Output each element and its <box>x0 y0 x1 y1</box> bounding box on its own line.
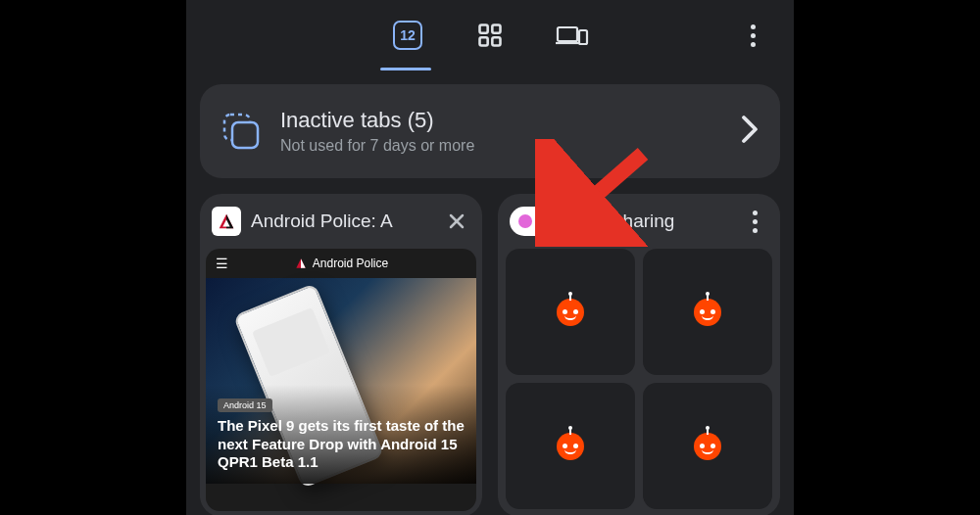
inactive-tabs-card[interactable]: Inactive tabs (5) Not used for 7 days or… <box>200 84 780 178</box>
group-tabs-preview <box>498 249 780 515</box>
svg-rect-3 <box>492 37 500 45</box>
tab-groups-button[interactable] <box>468 14 512 57</box>
tab-favicon <box>212 207 241 236</box>
more-vert-icon <box>753 211 758 233</box>
svg-rect-2 <box>480 37 488 45</box>
open-tabs-grid: Android Police: A ☰ Android Police Andr <box>186 178 794 515</box>
synced-devices-button[interactable] <box>551 14 594 57</box>
svg-point-16 <box>539 215 546 222</box>
tab-header: Android Police: A <box>200 194 482 249</box>
tabs-mode-button[interactable]: 12 <box>386 14 429 57</box>
active-tab-underline <box>380 68 431 70</box>
svg-marker-15 <box>301 258 306 267</box>
group-tab-preview[interactable] <box>506 249 635 375</box>
svg-point-17 <box>548 216 553 221</box>
tab-group-card[interactable]: Test sharing <box>498 194 780 515</box>
tab-title: Android Police: A <box>251 211 433 232</box>
top-toolbar: 12 <box>186 0 794 70</box>
tab-group-menu-button[interactable] <box>741 208 768 235</box>
svg-rect-0 <box>480 25 488 33</box>
inactive-tabs-title: Inactive tabs (5) <box>280 108 721 133</box>
reddit-icon <box>557 433 584 460</box>
more-vert-icon <box>751 24 756 47</box>
tab-card[interactable]: Android Police: A ☰ Android Police Andr <box>200 194 482 515</box>
people-icon <box>536 213 556 229</box>
close-tab-button[interactable] <box>443 208 470 235</box>
chevron-right-icon <box>741 115 759 148</box>
reddit-icon <box>557 299 584 326</box>
reddit-icon <box>694 299 721 326</box>
inactive-tabs-subtitle: Not used for 7 days or more <box>280 137 721 155</box>
hamburger-icon: ☰ <box>216 256 228 271</box>
close-icon <box>447 211 466 231</box>
article-headline: The Pixel 9 gets its first taste of the … <box>218 417 465 472</box>
group-tab-preview[interactable] <box>506 383 635 509</box>
svg-rect-8 <box>232 122 258 148</box>
tab-header: Test sharing <box>498 194 780 249</box>
tab-switcher-screen: 12 <box>186 0 794 515</box>
grid-icon <box>476 22 504 49</box>
reddit-icon <box>694 433 721 460</box>
android-police-logo-icon <box>216 211 237 232</box>
svg-rect-4 <box>558 27 577 41</box>
svg-rect-1 <box>492 25 500 33</box>
group-tab-preview[interactable] <box>643 383 772 509</box>
devices-icon <box>556 22 589 49</box>
article-category-badge: Android 15 <box>218 398 272 412</box>
shared-group-indicator[interactable] <box>510 207 564 236</box>
overflow-menu-button[interactable] <box>731 14 774 57</box>
group-color-dot <box>518 214 532 228</box>
inactive-tabs-icon <box>221 112 261 151</box>
group-tab-preview[interactable] <box>643 249 772 375</box>
tab-group-title: Test sharing <box>574 211 731 232</box>
tab-thumbnail: ☰ Android Police Android 15 The Pixel 9 … <box>206 249 476 511</box>
svg-rect-6 <box>579 30 587 44</box>
article-hero-image: Android 15 The Pixel 9 gets its first ta… <box>206 278 476 484</box>
tab-count-badge: 12 <box>393 21 422 50</box>
site-logo: Android Police <box>294 257 388 270</box>
